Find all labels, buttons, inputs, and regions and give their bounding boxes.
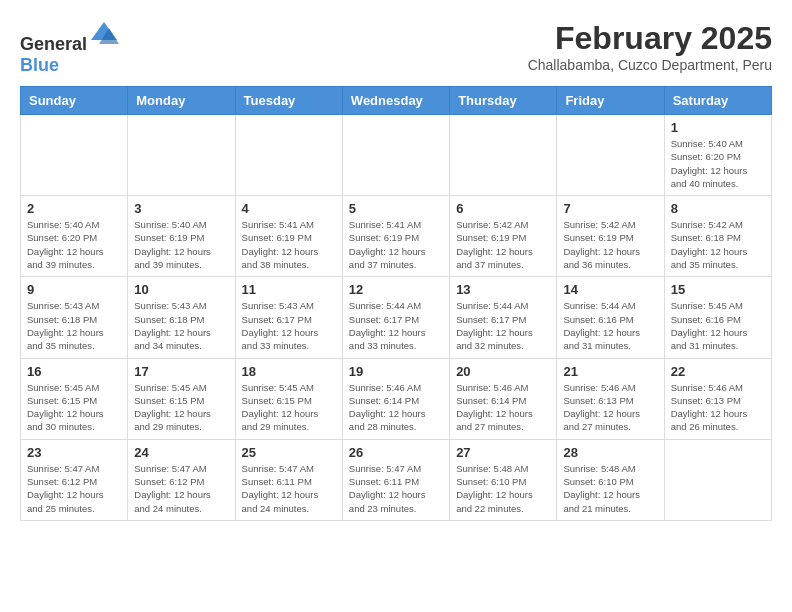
day-info: Sunrise: 5:48 AM Sunset: 6:10 PM Dayligh… xyxy=(563,462,657,515)
calendar-header-row: Sunday Monday Tuesday Wednesday Thursday… xyxy=(21,87,772,115)
calendar-cell: 26Sunrise: 5:47 AM Sunset: 6:11 PM Dayli… xyxy=(342,439,449,520)
day-info: Sunrise: 5:47 AM Sunset: 6:11 PM Dayligh… xyxy=(349,462,443,515)
day-number: 13 xyxy=(456,282,550,297)
calendar-week-0: 1Sunrise: 5:40 AM Sunset: 6:20 PM Daylig… xyxy=(21,115,772,196)
calendar-week-3: 16Sunrise: 5:45 AM Sunset: 6:15 PM Dayli… xyxy=(21,358,772,439)
calendar-cell: 1Sunrise: 5:40 AM Sunset: 6:20 PM Daylig… xyxy=(664,115,771,196)
header-wednesday: Wednesday xyxy=(342,87,449,115)
day-info: Sunrise: 5:44 AM Sunset: 6:16 PM Dayligh… xyxy=(563,299,657,352)
day-number: 3 xyxy=(134,201,228,216)
calendar-cell: 27Sunrise: 5:48 AM Sunset: 6:10 PM Dayli… xyxy=(450,439,557,520)
calendar-cell xyxy=(235,115,342,196)
header-monday: Monday xyxy=(128,87,235,115)
location-subtitle: Challabamba, Cuzco Department, Peru xyxy=(528,57,772,73)
calendar-cell: 16Sunrise: 5:45 AM Sunset: 6:15 PM Dayli… xyxy=(21,358,128,439)
calendar-cell: 19Sunrise: 5:46 AM Sunset: 6:14 PM Dayli… xyxy=(342,358,449,439)
logo: General Blue xyxy=(20,20,119,76)
day-number: 7 xyxy=(563,201,657,216)
calendar-cell: 14Sunrise: 5:44 AM Sunset: 6:16 PM Dayli… xyxy=(557,277,664,358)
day-number: 19 xyxy=(349,364,443,379)
day-number: 26 xyxy=(349,445,443,460)
day-info: Sunrise: 5:40 AM Sunset: 6:20 PM Dayligh… xyxy=(671,137,765,190)
calendar-cell: 2Sunrise: 5:40 AM Sunset: 6:20 PM Daylig… xyxy=(21,196,128,277)
calendar-cell: 8Sunrise: 5:42 AM Sunset: 6:18 PM Daylig… xyxy=(664,196,771,277)
day-number: 24 xyxy=(134,445,228,460)
calendar-cell: 3Sunrise: 5:40 AM Sunset: 6:19 PM Daylig… xyxy=(128,196,235,277)
header-sunday: Sunday xyxy=(21,87,128,115)
calendar-week-4: 23Sunrise: 5:47 AM Sunset: 6:12 PM Dayli… xyxy=(21,439,772,520)
calendar-cell: 5Sunrise: 5:41 AM Sunset: 6:19 PM Daylig… xyxy=(342,196,449,277)
calendar-cell: 21Sunrise: 5:46 AM Sunset: 6:13 PM Dayli… xyxy=(557,358,664,439)
day-number: 16 xyxy=(27,364,121,379)
header-friday: Friday xyxy=(557,87,664,115)
day-info: Sunrise: 5:46 AM Sunset: 6:13 PM Dayligh… xyxy=(671,381,765,434)
day-info: Sunrise: 5:40 AM Sunset: 6:19 PM Dayligh… xyxy=(134,218,228,271)
calendar-cell: 24Sunrise: 5:47 AM Sunset: 6:12 PM Dayli… xyxy=(128,439,235,520)
day-info: Sunrise: 5:45 AM Sunset: 6:15 PM Dayligh… xyxy=(134,381,228,434)
day-info: Sunrise: 5:47 AM Sunset: 6:12 PM Dayligh… xyxy=(134,462,228,515)
day-number: 11 xyxy=(242,282,336,297)
header-saturday: Saturday xyxy=(664,87,771,115)
logo-blue-text: Blue xyxy=(20,55,59,75)
day-info: Sunrise: 5:46 AM Sunset: 6:14 PM Dayligh… xyxy=(349,381,443,434)
day-info: Sunrise: 5:43 AM Sunset: 6:18 PM Dayligh… xyxy=(134,299,228,352)
day-info: Sunrise: 5:42 AM Sunset: 6:19 PM Dayligh… xyxy=(456,218,550,271)
day-info: Sunrise: 5:48 AM Sunset: 6:10 PM Dayligh… xyxy=(456,462,550,515)
calendar-cell: 12Sunrise: 5:44 AM Sunset: 6:17 PM Dayli… xyxy=(342,277,449,358)
day-info: Sunrise: 5:42 AM Sunset: 6:18 PM Dayligh… xyxy=(671,218,765,271)
day-info: Sunrise: 5:45 AM Sunset: 6:15 PM Dayligh… xyxy=(242,381,336,434)
calendar-table: Sunday Monday Tuesday Wednesday Thursday… xyxy=(20,86,772,521)
day-number: 17 xyxy=(134,364,228,379)
day-number: 4 xyxy=(242,201,336,216)
calendar-cell: 15Sunrise: 5:45 AM Sunset: 6:16 PM Dayli… xyxy=(664,277,771,358)
day-info: Sunrise: 5:40 AM Sunset: 6:20 PM Dayligh… xyxy=(27,218,121,271)
logo-general-text: General xyxy=(20,34,87,54)
calendar-cell xyxy=(664,439,771,520)
day-info: Sunrise: 5:41 AM Sunset: 6:19 PM Dayligh… xyxy=(242,218,336,271)
calendar-cell: 18Sunrise: 5:45 AM Sunset: 6:15 PM Dayli… xyxy=(235,358,342,439)
calendar-cell xyxy=(342,115,449,196)
day-number: 25 xyxy=(242,445,336,460)
calendar-cell: 25Sunrise: 5:47 AM Sunset: 6:11 PM Dayli… xyxy=(235,439,342,520)
day-info: Sunrise: 5:46 AM Sunset: 6:13 PM Dayligh… xyxy=(563,381,657,434)
logo-icon xyxy=(89,20,119,50)
day-number: 18 xyxy=(242,364,336,379)
header-thursday: Thursday xyxy=(450,87,557,115)
day-number: 2 xyxy=(27,201,121,216)
day-number: 21 xyxy=(563,364,657,379)
day-number: 27 xyxy=(456,445,550,460)
day-number: 8 xyxy=(671,201,765,216)
day-number: 22 xyxy=(671,364,765,379)
calendar-cell: 22Sunrise: 5:46 AM Sunset: 6:13 PM Dayli… xyxy=(664,358,771,439)
day-info: Sunrise: 5:46 AM Sunset: 6:14 PM Dayligh… xyxy=(456,381,550,434)
day-info: Sunrise: 5:41 AM Sunset: 6:19 PM Dayligh… xyxy=(349,218,443,271)
day-info: Sunrise: 5:47 AM Sunset: 6:12 PM Dayligh… xyxy=(27,462,121,515)
calendar-cell: 6Sunrise: 5:42 AM Sunset: 6:19 PM Daylig… xyxy=(450,196,557,277)
calendar-cell xyxy=(450,115,557,196)
calendar-cell xyxy=(128,115,235,196)
day-number: 15 xyxy=(671,282,765,297)
day-number: 9 xyxy=(27,282,121,297)
day-number: 23 xyxy=(27,445,121,460)
day-number: 10 xyxy=(134,282,228,297)
day-number: 5 xyxy=(349,201,443,216)
calendar-cell: 9Sunrise: 5:43 AM Sunset: 6:18 PM Daylig… xyxy=(21,277,128,358)
day-info: Sunrise: 5:44 AM Sunset: 6:17 PM Dayligh… xyxy=(349,299,443,352)
day-info: Sunrise: 5:47 AM Sunset: 6:11 PM Dayligh… xyxy=(242,462,336,515)
calendar-cell: 4Sunrise: 5:41 AM Sunset: 6:19 PM Daylig… xyxy=(235,196,342,277)
calendar-cell: 28Sunrise: 5:48 AM Sunset: 6:10 PM Dayli… xyxy=(557,439,664,520)
day-info: Sunrise: 5:45 AM Sunset: 6:15 PM Dayligh… xyxy=(27,381,121,434)
day-info: Sunrise: 5:43 AM Sunset: 6:17 PM Dayligh… xyxy=(242,299,336,352)
day-info: Sunrise: 5:42 AM Sunset: 6:19 PM Dayligh… xyxy=(563,218,657,271)
day-info: Sunrise: 5:44 AM Sunset: 6:17 PM Dayligh… xyxy=(456,299,550,352)
calendar-cell: 7Sunrise: 5:42 AM Sunset: 6:19 PM Daylig… xyxy=(557,196,664,277)
calendar-cell: 23Sunrise: 5:47 AM Sunset: 6:12 PM Dayli… xyxy=(21,439,128,520)
calendar-cell: 17Sunrise: 5:45 AM Sunset: 6:15 PM Dayli… xyxy=(128,358,235,439)
header-tuesday: Tuesday xyxy=(235,87,342,115)
calendar-cell: 20Sunrise: 5:46 AM Sunset: 6:14 PM Dayli… xyxy=(450,358,557,439)
calendar-cell: 11Sunrise: 5:43 AM Sunset: 6:17 PM Dayli… xyxy=(235,277,342,358)
day-info: Sunrise: 5:45 AM Sunset: 6:16 PM Dayligh… xyxy=(671,299,765,352)
day-number: 20 xyxy=(456,364,550,379)
calendar-week-2: 9Sunrise: 5:43 AM Sunset: 6:18 PM Daylig… xyxy=(21,277,772,358)
day-number: 12 xyxy=(349,282,443,297)
